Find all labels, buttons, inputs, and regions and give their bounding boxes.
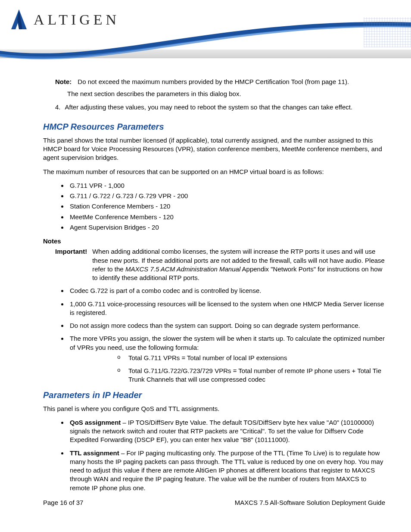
list-item: QoS assignment – IP TOS/DiffServ Byte Va… bbox=[68, 418, 385, 445]
step-text: After adjusting these values, you may ne… bbox=[65, 103, 353, 112]
formula-list: Total G.711 VPRs = Total number of local… bbox=[117, 354, 385, 384]
document-title: MAXCS 7.5 All-Software Solution Deployme… bbox=[235, 499, 385, 506]
note-label: Note: bbox=[55, 78, 72, 86]
list-item: Codec G.722 is part of a combo codec and… bbox=[68, 286, 385, 295]
step-number: 4. bbox=[55, 103, 61, 112]
section2-p1: This panel is where you configure QoS an… bbox=[43, 404, 385, 413]
important-manual-title: MAXCS 7.5 ACM Administration Manual bbox=[125, 265, 240, 273]
step-4: 4. After adjusting these values, you may… bbox=[55, 103, 385, 112]
ip-header-list: QoS assignment – IP TOS/DiffServ Byte Va… bbox=[68, 418, 385, 492]
formula-item: Total G.711 VPRs = Total number of local… bbox=[117, 354, 385, 362]
important-note: Important! When adding additional combo … bbox=[55, 247, 385, 282]
list-item: The more VPRs you assign, the slower the… bbox=[68, 334, 385, 384]
brand-name: ALTIGEN bbox=[34, 12, 120, 28]
page-header: ALTIGEN bbox=[0, 0, 411, 60]
page-content: Note: Do not exceed the maximum numbers … bbox=[0, 60, 411, 492]
note-text-1: Do not exceed the maximum numbers provid… bbox=[78, 78, 349, 86]
important-text: When adding additional combo licenses, t… bbox=[92, 247, 385, 282]
list-item: G.711 VPR - 1,000 bbox=[68, 181, 385, 190]
list-item: Agent Supervision Bridges - 20 bbox=[68, 223, 385, 232]
list-item: Station Conference Members - 120 bbox=[68, 202, 385, 211]
altigen-mark-icon bbox=[9, 9, 28, 31]
resource-limits-list: G.711 VPR - 1,000 G.711 / G.722 / G.723 … bbox=[68, 181, 385, 232]
section1-p1: This panel shows the total number licens… bbox=[43, 136, 385, 162]
note-text-2: The next section describes the parameter… bbox=[67, 90, 385, 98]
list-item: G.711 / G.722 / G.723 / G.729 VPR - 200 bbox=[68, 192, 385, 200]
list-item: 1,000 G.711 voice-processing resources w… bbox=[68, 300, 385, 317]
note-block: Note: Do not exceed the maximum numbers … bbox=[55, 78, 385, 86]
list-item: Do not assign more codecs than the syste… bbox=[68, 321, 385, 330]
list-item: MeetMe Conference Members - 120 bbox=[68, 213, 385, 221]
header-band bbox=[0, 50, 411, 58]
page-footer: Page 16 of 37 MAXCS 7.5 All-Software Sol… bbox=[43, 499, 385, 506]
notes-heading: Notes bbox=[43, 237, 385, 246]
list-item-text: The more VPRs you assign, the slower the… bbox=[70, 335, 385, 351]
header-grid-decoration bbox=[364, 17, 411, 47]
important-label: Important! bbox=[55, 247, 87, 282]
list-item: TTL assignment – For IP paging multicast… bbox=[68, 449, 385, 492]
notes-list: Codec G.722 is part of a combo codec and… bbox=[68, 286, 385, 384]
formula-item: Total G.711/G.722/G.723/729 VPRs = Total… bbox=[117, 367, 385, 384]
page-number: Page 16 of 37 bbox=[43, 499, 83, 506]
section-heading-hmcp: HMCP Resources Parameters bbox=[43, 121, 385, 133]
ttl-label: TTL assignment bbox=[70, 449, 119, 457]
brand-logo: ALTIGEN bbox=[9, 9, 120, 31]
qos-label: QoS assignment bbox=[70, 419, 121, 426]
section1-p2: The maximum number of resources that can… bbox=[43, 168, 385, 176]
section-heading-ipheader: Parameters in IP Header bbox=[43, 389, 385, 401]
